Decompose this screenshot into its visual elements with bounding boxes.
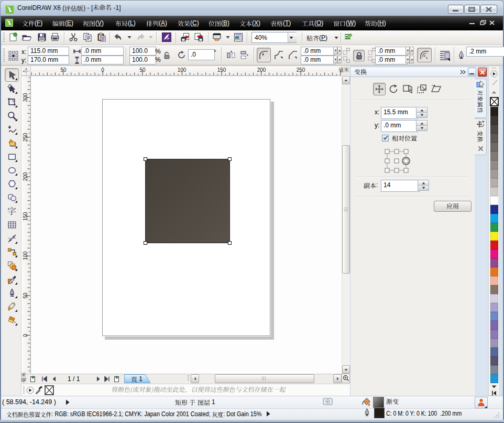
svg-text:100: 100 — [23, 251, 28, 260]
svg-text:50: 50 — [23, 292, 28, 299]
svg-text:0: 0 — [23, 334, 28, 337]
svg-text:250: 250 — [23, 133, 28, 142]
svg-text:200: 200 — [23, 172, 28, 181]
svg-text:300: 300 — [23, 93, 28, 102]
svg-text:150: 150 — [23, 212, 28, 221]
